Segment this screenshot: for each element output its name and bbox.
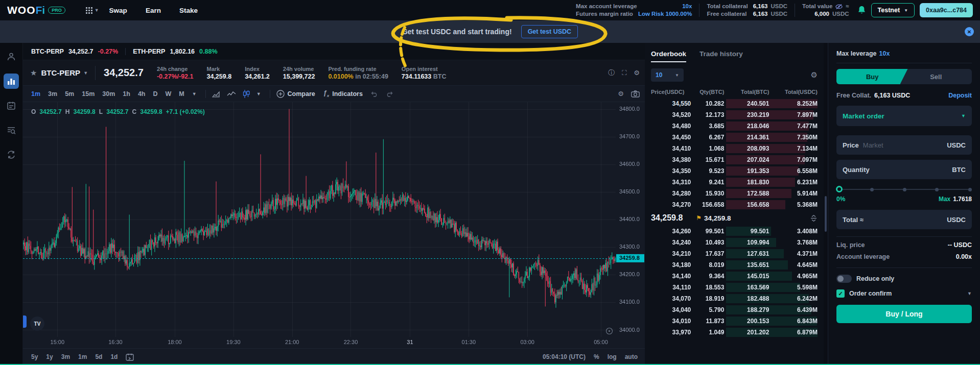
grouping-select[interactable]: 10▼ xyxy=(651,68,684,82)
percent-scale-button[interactable]: % xyxy=(594,353,599,360)
price-input[interactable]: Price Market USDC xyxy=(836,135,972,155)
timeframe-1m[interactable]: 1m xyxy=(31,90,40,98)
sell-tab[interactable]: Sell xyxy=(900,69,972,84)
buy-long-button[interactable]: Buy / Long xyxy=(836,305,972,323)
ask-row[interactable]: 34,4101.068208.0937.134M xyxy=(651,143,818,154)
total-input[interactable]: Total ≈ USDC xyxy=(836,210,972,229)
compare-button[interactable]: Compare xyxy=(276,90,315,98)
bid-row[interactable]: 34,21017.637127.6314.371M xyxy=(651,248,818,259)
bid-row[interactable]: 34,1409.364145.0154.965M xyxy=(651,271,818,282)
buy-tab[interactable]: Buy xyxy=(836,69,908,84)
settings-gear-icon[interactable]: ⚙ xyxy=(634,69,640,77)
go-to-date-icon[interactable] xyxy=(126,353,134,361)
bid-row[interactable]: 34,26099.50199.5013.408M xyxy=(651,226,818,237)
redo-icon[interactable] xyxy=(385,90,393,97)
ask-row[interactable]: 34,4506.267214.3617.350M xyxy=(651,132,818,143)
timeframe-30m[interactable]: 30m xyxy=(102,90,115,98)
ask-row[interactable]: 34,3109.241181.8306.231M xyxy=(651,177,818,188)
bid-row[interactable]: 34,1808.019135.6514.645M xyxy=(651,259,818,271)
network-selector[interactable]: Testnet▼ xyxy=(871,3,915,17)
timeframe-1h[interactable]: 1h xyxy=(123,90,130,98)
bid-row[interactable]: 34,11018.553163.5695.598M xyxy=(651,282,818,293)
bid-row[interactable]: 34,01011.873200.1536.843M xyxy=(651,315,818,327)
apps-grid-icon[interactable] xyxy=(86,7,92,14)
banner-close-icon[interactable]: ✕ xyxy=(965,27,974,36)
order-confirm-checkbox[interactable]: ✓ xyxy=(836,289,845,298)
scroll-to-realtime-icon[interactable] xyxy=(605,327,613,335)
info-icon[interactable]: ⓘ xyxy=(608,68,615,78)
bid-row[interactable]: 34,0405.790188.2796.439M xyxy=(651,304,818,315)
chevron-down-icon[interactable]: ▼ xyxy=(83,70,88,76)
nav-earn[interactable]: Earn xyxy=(146,7,161,14)
indicators-button[interactable]: ƒxIndicators xyxy=(323,89,363,98)
timeframe-15m[interactable]: 15m xyxy=(82,90,95,98)
range-5y[interactable]: 5y xyxy=(31,353,38,360)
candlestick-chart-canvas[interactable] xyxy=(23,102,645,348)
reduce-only-toggle[interactable] xyxy=(836,275,852,283)
range-1m[interactable]: 1m xyxy=(78,353,87,360)
tradingview-logo[interactable]: TV xyxy=(30,317,44,331)
quantity-input[interactable]: Quantity BTC xyxy=(836,160,972,179)
sidebar-item-trade[interactable] xyxy=(4,74,19,89)
deposit-link[interactable]: Deposit xyxy=(948,92,972,99)
spread-toggle-icon[interactable] xyxy=(810,215,818,222)
order-type-select[interactable]: Market order▼ xyxy=(836,106,972,126)
ask-row[interactable]: 34,28015.930172.5885.914M xyxy=(651,188,818,199)
auto-scale-button[interactable]: auto xyxy=(625,353,638,360)
symbol-selector[interactable]: BTC-PERP xyxy=(41,68,80,77)
sidebar-item-convert[interactable] xyxy=(4,147,19,162)
max-leverage-value[interactable]: 10x xyxy=(879,50,890,57)
sidebar-item-portfolio[interactable] xyxy=(4,98,19,113)
chevron-down-icon[interactable]: ▼ xyxy=(967,291,972,296)
log-scale-button[interactable]: log xyxy=(608,353,617,360)
timeframe-M[interactable]: M xyxy=(179,90,184,98)
orderbook-settings-icon[interactable]: ⚙ xyxy=(811,70,818,80)
bid-row[interactable]: 33,9701.049201.2026.879M xyxy=(651,327,818,338)
notifications-bell-icon[interactable] xyxy=(857,6,866,15)
sidebar-item-account[interactable] xyxy=(4,49,19,64)
range-3m[interactable]: 3m xyxy=(61,353,70,360)
tab-trade-history[interactable]: Trade history xyxy=(699,50,743,62)
chevron-down-icon[interactable]: ▼ xyxy=(256,91,261,96)
bid-row[interactable]: 34,24010.493109.9943.768M xyxy=(651,237,818,248)
bid-row[interactable]: 34,07018.919182.4886.242M xyxy=(651,293,818,304)
timeframe-D[interactable]: D xyxy=(153,90,157,98)
chart-settings-gear-icon[interactable]: ⚙ xyxy=(618,90,624,98)
candles-chart-style-icon[interactable] xyxy=(243,90,250,98)
timeframe-W[interactable]: W xyxy=(166,90,172,98)
woofi-logo[interactable]: WOOFi PRO xyxy=(7,4,65,16)
watchlist-handle[interactable] xyxy=(23,315,27,328)
chevron-down-icon[interactable]: ▼ xyxy=(192,91,197,96)
get-test-usdc-button[interactable]: Get test USDC xyxy=(521,25,578,38)
ticker-eth-perp[interactable]: ETH-PERP 1,802.16 0.88% xyxy=(133,48,217,55)
price-chart[interactable]: O34252.7H34259.8L34252.7C34259.8+7.1 (+0… xyxy=(23,102,645,348)
chevron-down-icon[interactable]: ▼ xyxy=(95,8,99,13)
ask-row[interactable]: 34,55010.282240.5018.252M xyxy=(651,98,818,109)
slider-handle[interactable] xyxy=(836,186,843,192)
ask-row[interactable]: 34,4803.685218.0467.477M xyxy=(651,120,818,132)
ask-row[interactable]: 34,52012.173230.2197.897M xyxy=(651,109,818,120)
nav-swap[interactable]: Swap xyxy=(109,7,127,14)
star-icon[interactable]: ★ xyxy=(30,68,37,78)
ticker-btc-perp[interactable]: BTC-PERP 34,252.7 -0.27% xyxy=(31,48,118,55)
ask-row[interactable]: 34,270156.658156.6585.368M xyxy=(651,199,818,210)
hide-balance-icon[interactable] xyxy=(835,4,843,10)
fullscreen-icon[interactable]: ⛶ xyxy=(622,69,626,77)
wallet-address-button[interactable]: 0xaa9c...c784 xyxy=(920,3,973,17)
range-1d[interactable]: 1d xyxy=(110,353,118,360)
sidebar-item-markets[interactable] xyxy=(4,123,19,138)
quantity-slider[interactable] xyxy=(836,186,972,193)
range-5d[interactable]: 5d xyxy=(95,353,102,360)
timeframe-5m[interactable]: 5m xyxy=(65,90,74,98)
area-chart-style-icon[interactable] xyxy=(212,90,220,98)
undo-icon[interactable] xyxy=(371,90,379,97)
tab-orderbook[interactable]: Orderbook xyxy=(651,50,686,62)
line-chart-style-icon[interactable] xyxy=(227,91,236,97)
nav-stake[interactable]: Stake xyxy=(179,7,198,14)
range-1y[interactable]: 1y xyxy=(46,353,53,360)
scrollbar-thumb[interactable] xyxy=(825,196,827,232)
timeframe-3m[interactable]: 3m xyxy=(48,90,57,98)
ask-row[interactable]: 34,38015.671207.0247.097M xyxy=(651,154,818,165)
snapshot-camera-icon[interactable] xyxy=(631,90,640,98)
ask-row[interactable]: 34,3509.523191.3536.558M xyxy=(651,165,818,177)
